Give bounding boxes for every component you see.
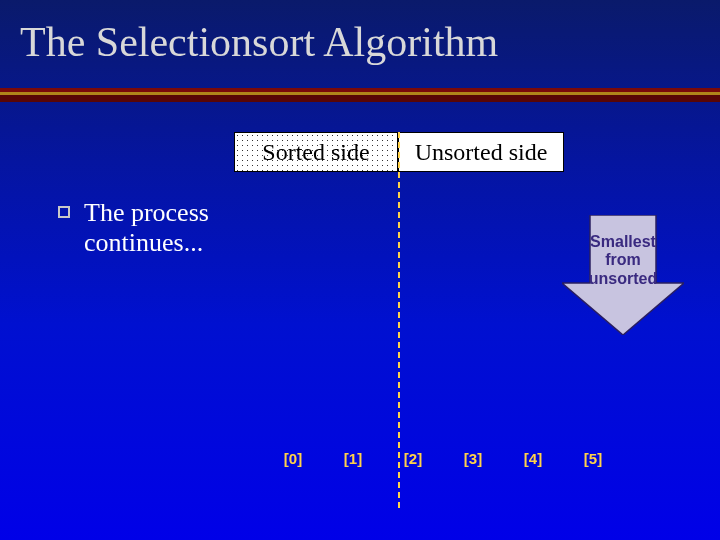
index-label: [4] (522, 450, 544, 467)
index-label: [3] (462, 450, 484, 467)
bullet-line-2: continues... (84, 228, 203, 257)
bullet-icon (58, 206, 70, 218)
index-label: [2] (402, 450, 424, 467)
arrow-line-1: Smallest (590, 233, 656, 250)
arrow-line-2: from (605, 251, 641, 268)
bullet-item: The process continues... (58, 198, 278, 258)
index-label: [1] (342, 450, 364, 467)
smallest-arrow: Smallest from unsorted (562, 215, 684, 335)
title-rule (0, 88, 720, 102)
index-label: [5] (582, 450, 604, 467)
page-title: The Selectionsort Algorithm (20, 18, 498, 66)
sorted-side-label: Sorted side (234, 132, 398, 172)
bullet-line-1: The process (84, 198, 209, 227)
arrow-line-3: unsorted (589, 270, 657, 287)
arrow-label: Smallest from unsorted (562, 233, 684, 288)
index-label: [0] (282, 450, 304, 467)
slide: The Selectionsort Algorithm Sorted side … (0, 0, 720, 540)
unsorted-side-label: Unsorted side (398, 132, 564, 172)
index-row: [0] [1] [2] [3] [4] [5] (282, 450, 604, 467)
bullet-text: The process continues... (84, 198, 209, 258)
